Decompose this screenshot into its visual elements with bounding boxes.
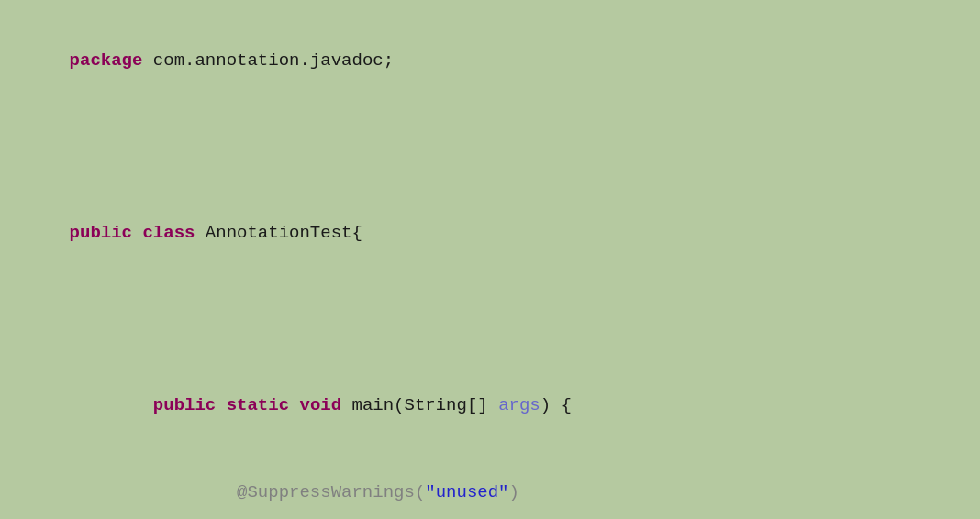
code-block: package com.annotation.javadoc; public c…: [28, 18, 952, 519]
line-5: public static void main(String[] args) {: [70, 395, 572, 415]
line-3: public class AnnotationTest{: [70, 223, 362, 243]
code-container: package com.annotation.javadoc; public c…: [0, 0, 980, 519]
line-1: package com.annotation.javadoc;: [70, 50, 394, 71]
line-6: @SuppressWarnings("unused"): [70, 482, 519, 502]
